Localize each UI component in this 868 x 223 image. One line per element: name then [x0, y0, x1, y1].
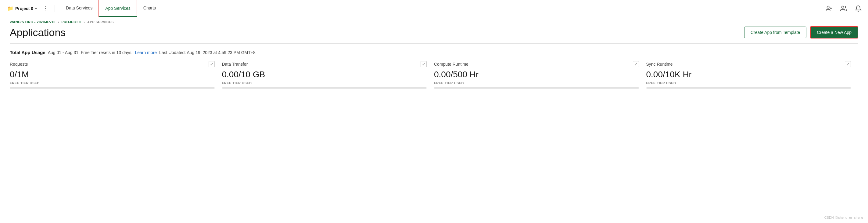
header-actions: Create App from Template Create a New Ap… [744, 26, 858, 38]
top-navigation: 📁 Project 0 ▾ ⋮ Data Services App Servic… [0, 0, 868, 17]
usage-title: Total App Usage [10, 50, 45, 55]
main-content: Total App Usage Aug 01 - Aug 31. Free Ti… [0, 44, 868, 93]
metric-compute-runtime-bar [434, 87, 639, 89]
svg-point-3 [842, 6, 844, 8]
metric-data-transfer-value: 0.00/10 GB [222, 69, 427, 79]
create-new-app-button[interactable]: Create a New App [810, 26, 858, 38]
last-updated: Last Updated: Aug 19, 2023 at 4:59:23 PM… [159, 50, 255, 55]
tab-app-services[interactable]: App Services [98, 0, 137, 17]
metric-requests: Requests ⤢ 0/1M FREE TIER USED [10, 61, 222, 93]
nav-icon-group [824, 4, 863, 13]
metric-sync-runtime-label: Sync Runtime [646, 62, 673, 66]
metric-requests-value: 0/1M [10, 69, 215, 79]
usage-date-range: Aug 01 - Aug 31. Free Tier resets in 13 … [48, 50, 133, 55]
svg-point-0 [827, 6, 829, 8]
breadcrumb-project[interactable]: PROJECT 0 [61, 20, 82, 24]
expand-compute-runtime-icon[interactable]: ⤢ [633, 61, 639, 67]
breadcrumb-current: APP SERVICES [87, 20, 114, 24]
breadcrumb: WANG'S ORG - 2020-07-10 › PROJECT 0 › AP… [10, 20, 858, 24]
metric-compute-runtime-label: Compute Runtime [434, 62, 468, 66]
breadcrumb-bar: WANG'S ORG - 2020-07-10 › PROJECT 0 › AP… [0, 17, 868, 24]
project-name: Project 0 [15, 6, 33, 11]
folder-icon: 📁 [7, 5, 13, 11]
expand-data-transfer-icon[interactable]: ⤢ [421, 61, 427, 67]
learn-more-link[interactable]: Learn more [135, 50, 157, 55]
metric-requests-tier: FREE TIER USED [10, 81, 215, 85]
metric-sync-runtime-tier: FREE TIER USED [646, 81, 851, 85]
breadcrumb-org[interactable]: WANG'S ORG - 2020-07-10 [10, 20, 56, 24]
bell-icon[interactable] [854, 4, 863, 13]
metric-data-transfer: Data Transfer ⤢ 0.00/10 GB FREE TIER USE… [222, 61, 434, 93]
page-title: Applications [10, 27, 66, 38]
tab-data-services[interactable]: Data Services [60, 0, 98, 17]
breadcrumb-sep-2: › [84, 20, 86, 24]
chevron-down-icon: ▾ [35, 6, 37, 11]
create-from-template-button[interactable]: Create App from Template [744, 27, 806, 38]
metric-data-transfer-label: Data Transfer [222, 62, 248, 66]
page-header: Applications Create App from Template Cr… [0, 24, 868, 44]
metric-sync-runtime-value: 0.00/10K Hr [646, 69, 851, 79]
nav-tabs: Data Services App Services Charts [60, 0, 162, 17]
tab-charts[interactable]: Charts [137, 0, 162, 17]
expand-requests-icon[interactable]: ⤢ [209, 61, 215, 67]
metric-compute-runtime-tier: FREE TIER USED [434, 81, 639, 85]
metric-data-transfer-tier: FREE TIER USED [222, 81, 427, 85]
breadcrumb-sep-1: › [58, 20, 60, 24]
metric-compute-runtime: Compute Runtime ⤢ 0.00/500 Hr FREE TIER … [434, 61, 646, 93]
nav-divider [55, 5, 55, 12]
more-options-icon[interactable]: ⋮ [42, 4, 50, 12]
project-selector[interactable]: 📁 Project 0 ▾ [5, 4, 39, 12]
metric-requests-label: Requests [10, 62, 28, 66]
usage-header: Total App Usage Aug 01 - Aug 31. Free Ti… [10, 50, 858, 55]
expand-sync-runtime-icon[interactable]: ⤢ [845, 61, 851, 67]
metric-sync-runtime: Sync Runtime ⤢ 0.00/10K Hr FREE TIER USE… [646, 61, 859, 93]
metrics-grid: Requests ⤢ 0/1M FREE TIER USED Data Tran… [10, 61, 858, 93]
metric-compute-runtime-value: 0.00/500 Hr [434, 69, 639, 79]
metric-sync-runtime-bar [646, 87, 851, 89]
add-user-icon[interactable] [824, 4, 834, 13]
metric-data-transfer-bar [222, 87, 427, 89]
people-icon[interactable] [839, 4, 848, 13]
metric-requests-bar [10, 87, 215, 89]
